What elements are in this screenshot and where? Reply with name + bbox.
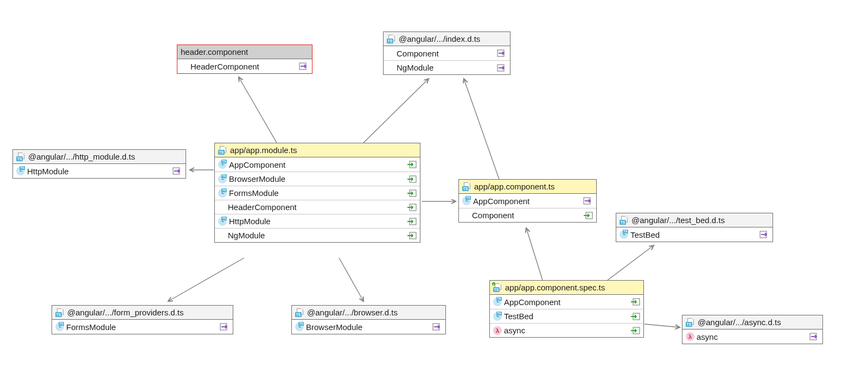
node-title: TS app/app.module.ts xyxy=(215,143,420,157)
member-row[interactable]: TS AppComponent xyxy=(459,194,596,208)
member-row[interactable]: TS FormsModule xyxy=(215,186,420,200)
class-icon: TS xyxy=(218,175,227,183)
ts-file-icon: TS xyxy=(620,216,629,225)
node-angular-async[interactable]: TS @angular/.../async.d.ts λ async xyxy=(682,315,823,344)
member-row[interactable]: TS TestBed xyxy=(616,227,773,242)
member-label: TestBed xyxy=(630,230,756,239)
member-label: HttpModule xyxy=(27,167,169,176)
import-icon xyxy=(407,204,417,211)
member-label: AppComponent xyxy=(229,160,404,169)
ts-file-icon: TS xyxy=(16,153,26,161)
arrow-spec-to-async xyxy=(644,324,680,327)
export-icon xyxy=(432,323,442,331)
member-label: NgModule xyxy=(228,231,404,240)
title-label: app/app.component.spec.ts xyxy=(505,283,640,292)
member-label: async xyxy=(697,332,806,341)
title-label: app/app.module.ts xyxy=(230,145,417,155)
member-row[interactable]: NgModule xyxy=(384,60,510,74)
node-title: TS @angular/.../http_module.d.ts xyxy=(13,150,186,164)
member-label: HeaderComponent xyxy=(228,202,404,212)
member-label: AppComponent xyxy=(473,197,580,206)
node-title: TS @angular/.../test_bed.d.ts xyxy=(616,213,773,227)
title-label: @angular/.../browser.d.ts xyxy=(307,308,442,317)
ts-file-icon: TS xyxy=(218,146,228,155)
arrow-module-to-angular-index xyxy=(363,79,429,143)
lambda-icon: λ xyxy=(493,326,502,335)
class-icon: TS xyxy=(493,297,502,306)
arrow-component-to-angular-index xyxy=(464,79,499,179)
import-icon xyxy=(630,298,640,306)
node-app-module[interactable]: TS app/app.module.ts TS AppComponent TS … xyxy=(214,143,420,243)
class-icon: TS xyxy=(462,197,471,205)
arrow-spec-to-testbed xyxy=(608,245,654,280)
node-title: TS @angular/.../async.d.ts xyxy=(682,315,822,330)
member-row[interactable]: λ async xyxy=(682,330,822,344)
export-icon xyxy=(173,167,182,175)
member-row[interactable]: NgModule xyxy=(215,228,420,242)
node-angular-index[interactable]: TS @angular/.../index.d.ts Component NgM… xyxy=(383,31,510,75)
class-icon: TS xyxy=(55,322,64,331)
import-icon xyxy=(407,218,417,225)
node-app-component[interactable]: TS app/app.component.ts TS AppComponent … xyxy=(458,179,597,223)
member-label: Component xyxy=(472,211,580,220)
node-app-component-spec[interactable]: TS▸ app/app.component.spec.ts TS AppComp… xyxy=(489,280,644,338)
member-row[interactable]: TS BrowserModule xyxy=(292,320,445,334)
member-row[interactable]: TS AppComponent xyxy=(215,157,420,172)
member-label: NgModule xyxy=(397,63,494,72)
import-icon xyxy=(407,161,417,168)
member-label: TestBed xyxy=(504,312,627,321)
import-icon xyxy=(407,189,417,197)
export-icon xyxy=(497,49,507,57)
export-icon xyxy=(220,323,229,331)
arrow-spec-to-component xyxy=(526,228,542,280)
title-label: app/app.component.ts xyxy=(474,182,593,191)
member-row[interactable]: Component xyxy=(384,46,510,60)
export-icon xyxy=(809,333,819,340)
node-angular-form-providers[interactable]: TS @angular/.../form_providers.d.ts TS F… xyxy=(52,305,233,334)
member-row[interactable]: Component xyxy=(459,208,596,222)
member-label: BrowserModule xyxy=(306,322,429,332)
member-row[interactable]: TS AppComponent xyxy=(490,295,643,309)
member-row[interactable]: TS BrowserModule xyxy=(215,172,420,186)
title-label: @angular/.../async.d.ts xyxy=(698,318,819,327)
class-icon: TS xyxy=(620,230,628,239)
ts-file-icon: TS xyxy=(295,308,305,317)
title-label: @angular/.../test_bed.d.ts xyxy=(631,216,769,225)
member-row[interactable]: TS FormsModule xyxy=(52,320,233,334)
node-angular-testbed[interactable]: TS @angular/.../test_bed.d.ts TS TestBed xyxy=(616,213,773,242)
node-angular-browser[interactable]: TS @angular/.../browser.d.ts TS BrowserM… xyxy=(291,305,446,334)
member-row[interactable]: HeaderComponent xyxy=(177,59,312,73)
member-label: FormsModule xyxy=(229,188,404,198)
import-icon xyxy=(407,232,417,239)
node-title: TS app/app.component.ts xyxy=(459,180,596,194)
ts-file-icon: TS xyxy=(686,318,695,327)
import-icon xyxy=(583,212,593,219)
member-label: FormsModule xyxy=(66,322,216,332)
node-header-component[interactable]: header.component HeaderComponent xyxy=(177,45,312,74)
ts-file-icon: TS xyxy=(387,35,397,43)
ts-test-file-icon: TS▸ xyxy=(493,283,503,292)
class-icon: TS xyxy=(218,217,227,226)
class-icon: TS xyxy=(16,167,25,175)
member-row[interactable]: HeaderComponent xyxy=(215,200,420,214)
class-icon: TS xyxy=(295,322,304,331)
class-icon: TS xyxy=(493,312,502,321)
node-title: TS @angular/.../browser.d.ts xyxy=(292,306,445,320)
member-row[interactable]: TS TestBed xyxy=(490,309,643,323)
title-label: @angular/.../form_providers.d.ts xyxy=(67,308,229,317)
node-angular-http[interactable]: TS @angular/.../http_module.d.ts TS Http… xyxy=(12,149,186,179)
member-row[interactable]: TS HttpModule xyxy=(13,164,186,178)
export-icon xyxy=(497,64,507,72)
member-row[interactable]: TS HttpModule xyxy=(215,214,420,228)
member-label: BrowserModule xyxy=(229,174,404,183)
ts-file-icon: TS xyxy=(462,182,472,191)
arrow-module-to-header xyxy=(239,77,277,143)
member-row[interactable]: λ async xyxy=(490,323,643,337)
title-label: @angular/.../index.d.ts xyxy=(399,34,507,43)
node-title: header.component xyxy=(177,45,312,59)
export-icon xyxy=(583,197,593,205)
member-label: async xyxy=(504,326,627,335)
import-icon xyxy=(407,175,417,183)
export-icon xyxy=(760,231,769,238)
lambda-icon: λ xyxy=(686,332,694,341)
